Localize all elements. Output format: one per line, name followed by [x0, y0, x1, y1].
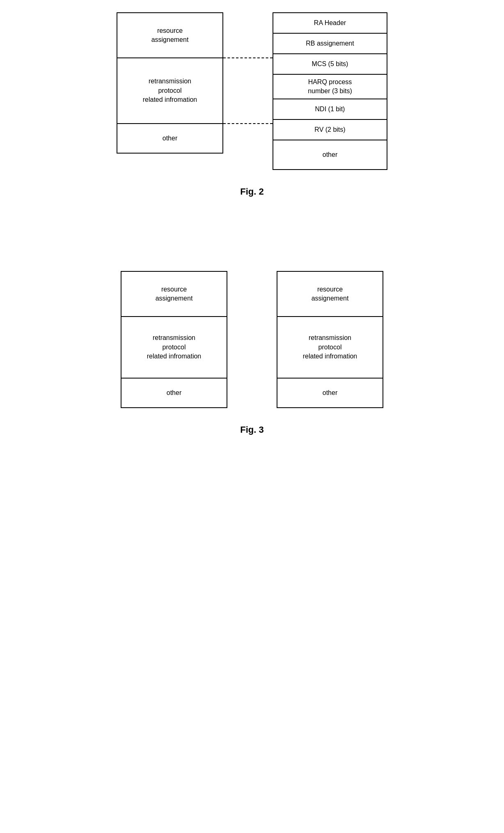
fig3-left-retrans: retransmission protocol related infromat… — [121, 317, 227, 379]
fig2-left-retrans: retransmission protocol related infromat… — [117, 58, 222, 124]
fig2-right-ndi: NDI (1 bit) — [273, 99, 387, 120]
fig3-left-other: other — [121, 379, 227, 407]
dotted-line-bottom — [223, 123, 273, 124]
fig2-diagrams: resource assignement retransmission prot… — [117, 12, 387, 170]
fig3-label: Fig. 3 — [240, 425, 263, 435]
fig2-left-box: resource assignement retransmission prot… — [117, 12, 223, 154]
fig2-left-other: other — [117, 124, 222, 153]
fig2-right-rb-assign: RB assignement — [273, 34, 387, 54]
fig2-section: resource assignement retransmission prot… — [16, 12, 488, 197]
fig2-right-other: other — [273, 140, 387, 169]
fig2-right-ra-header: RA Header — [273, 13, 387, 34]
fig2-right-harq: HARQ process number (3 bits) — [273, 75, 387, 99]
fig3-right-box: resource assignement retransmission prot… — [277, 271, 383, 408]
spacer — [16, 222, 488, 255]
fig2-right-rv: RV (2 bits) — [273, 120, 387, 140]
fig3-diagrams: resource assignement retransmission prot… — [121, 271, 383, 408]
fig3-left-box: resource assignement retransmission prot… — [121, 271, 227, 408]
fig2-right-mcs: MCS (5 bits) — [273, 54, 387, 75]
fig3-left-resource-assign: resource assignement — [121, 272, 227, 317]
dotted-line-top — [223, 57, 273, 58]
fig2-right-box: RA Header RB assignement MCS (5 bits) HA… — [273, 12, 387, 170]
fig3-right-resource-assign: resource assignement — [277, 272, 383, 317]
fig3-right-retrans: retransmission protocol related infromat… — [277, 317, 383, 379]
fig3-right-other: other — [277, 379, 383, 407]
fig2-label: Fig. 2 — [240, 186, 263, 197]
fig2-left-resource-assign: resource assignement — [117, 13, 222, 58]
page-container: resource assignement retransmission prot… — [0, 0, 504, 833]
fig3-section: resource assignement retransmission prot… — [16, 271, 488, 435]
